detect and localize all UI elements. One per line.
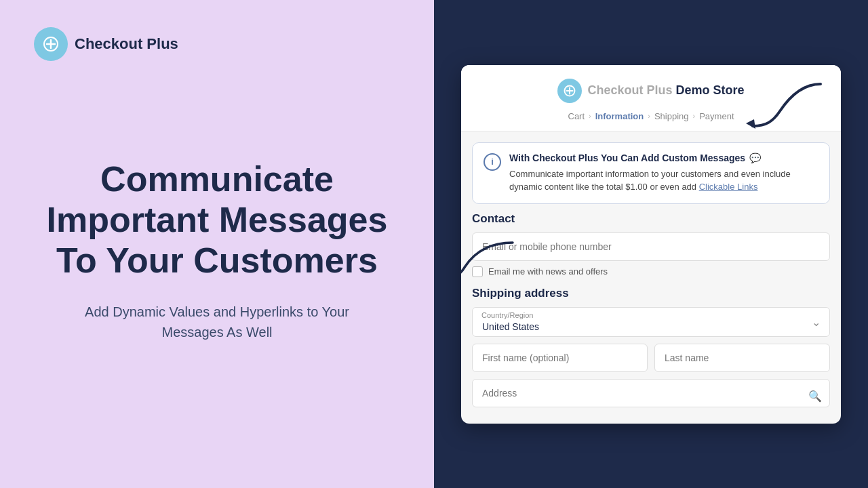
store-name-prefix: Checkout Plus Demo Store bbox=[587, 83, 744, 98]
first-name-input[interactable] bbox=[472, 344, 648, 372]
arrow-contact-annotation bbox=[461, 239, 519, 280]
breadcrumb-sep-1: › bbox=[589, 112, 591, 120]
breadcrumb-shipping[interactable]: Shipping bbox=[654, 111, 689, 121]
banner-emoji: 💬 bbox=[749, 152, 761, 163]
chevron-down-icon: ⌄ bbox=[812, 315, 821, 328]
store-logo-icon bbox=[557, 79, 582, 103]
country-select-wrapper: Country/Region United States ⌄ bbox=[472, 307, 830, 337]
breadcrumb-information[interactable]: Information bbox=[595, 111, 644, 121]
left-panel: Checkout Plus CommunicateImportant Messa… bbox=[0, 0, 434, 488]
search-icon: 🔍 bbox=[808, 389, 822, 402]
address-wrapper: 🔍 bbox=[472, 379, 830, 413]
breadcrumb-cart[interactable]: Cart bbox=[568, 111, 585, 121]
breadcrumb-sep-3: › bbox=[693, 112, 696, 120]
contact-section: Contact Email me with news and offers Sh… bbox=[461, 212, 841, 424]
address-input[interactable] bbox=[472, 379, 830, 407]
arrow-top-annotation bbox=[739, 77, 827, 131]
breadcrumb-sep-2: › bbox=[648, 112, 650, 120]
banner-title: With Checkout Plus You Can Add Custom Me… bbox=[509, 152, 818, 163]
last-name-input[interactable] bbox=[654, 344, 830, 372]
country-label: Country/Region bbox=[481, 311, 533, 319]
banner-content: With Checkout Plus You Can Add Custom Me… bbox=[509, 152, 818, 194]
message-banner: i With Checkout Plus You Can Add Custom … bbox=[472, 142, 830, 204]
shipping-title: Shipping address bbox=[472, 287, 830, 300]
svg-marker-3 bbox=[746, 119, 755, 129]
contact-title: Contact bbox=[472, 212, 830, 226]
sub-heading: Add Dynamic Values and Hyperlinks to You… bbox=[41, 302, 393, 342]
logo-text: Checkout Plus bbox=[75, 35, 178, 53]
banner-link[interactable]: Clickable Links bbox=[699, 182, 758, 192]
main-heading: CommunicateImportant MessagesTo Your Cus… bbox=[41, 159, 393, 281]
info-icon: i bbox=[484, 153, 501, 171]
checkbox-row: Email me with news and offers bbox=[472, 266, 830, 277]
banner-body: Communicate important information to you… bbox=[509, 167, 818, 194]
breadcrumb-payment[interactable]: Payment bbox=[699, 111, 734, 121]
email-input[interactable] bbox=[472, 232, 830, 261]
logo-row: Checkout Plus bbox=[34, 27, 178, 61]
right-panel: Checkout Plus Demo Store Cart › Informat… bbox=[434, 0, 868, 488]
checkout-window: Checkout Plus Demo Store Cart › Informat… bbox=[461, 65, 841, 424]
logo-icon bbox=[34, 27, 68, 61]
name-row bbox=[472, 344, 830, 372]
